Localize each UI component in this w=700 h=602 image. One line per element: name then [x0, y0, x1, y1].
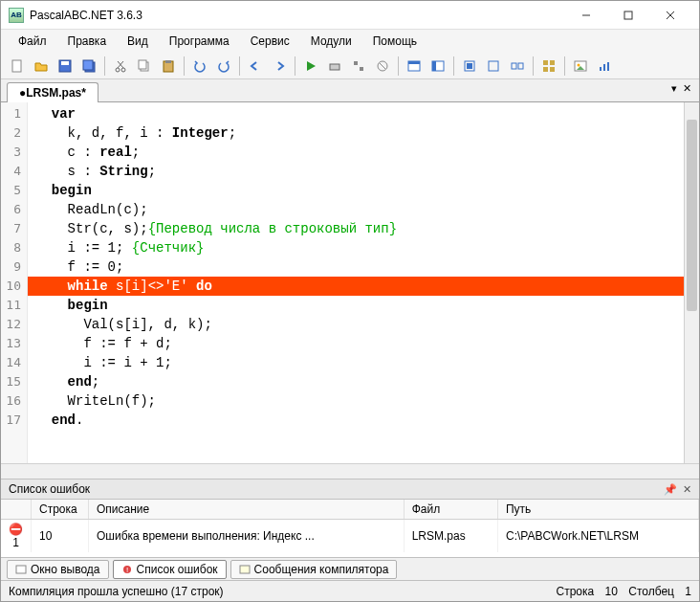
form2-icon[interactable] [427, 56, 448, 77]
vertical-scrollbar[interactable] [684, 102, 699, 463]
code-line[interactable]: c : real; [28, 143, 684, 162]
open-icon[interactable] [31, 56, 52, 77]
titlebar: AB PascalABC.NET 3.6.3 [1, 1, 699, 30]
save-icon[interactable] [55, 56, 76, 77]
scroll-thumb[interactable] [687, 120, 697, 311]
statusbar: Компиляция прошла успешно (17 строк) Стр… [1, 580, 699, 601]
run-icon[interactable] [300, 56, 321, 77]
nav1-icon[interactable] [245, 56, 266, 77]
svg-rect-6 [61, 61, 69, 65]
editor-area: 1234567891011121314151617 var k, d, f, i… [1, 102, 699, 463]
copy-icon[interactable] [134, 56, 155, 77]
code-line[interactable]: begin [28, 181, 684, 200]
new-icon[interactable] [7, 56, 28, 77]
code-line[interactable]: ReadLn(c); [28, 200, 684, 219]
menu-программа[interactable]: Программа [160, 32, 239, 51]
svg-point-9 [116, 68, 120, 72]
toolbar-separator [533, 56, 534, 76]
svg-rect-14 [139, 60, 146, 69]
menu-правка[interactable]: Правка [58, 32, 117, 51]
menu-помощь[interactable]: Помощь [363, 32, 427, 51]
maximize-button[interactable] [607, 2, 649, 29]
line-number: 6 [1, 200, 27, 219]
code-line[interactable]: end. [28, 411, 684, 430]
code-line[interactable]: Str(c, s);{Перевод числа в строковый тип… [28, 219, 684, 238]
errors-col-1[interactable]: Строка [32, 500, 89, 520]
error-row[interactable]: ⛔ 110Ошибка времени выполнения: Индекс .… [1, 520, 699, 553]
errors-col-3[interactable]: Файл [404, 500, 497, 520]
svg-rect-17 [330, 64, 339, 70]
img-icon[interactable] [570, 56, 591, 77]
tab-dropdown-icon[interactable]: ▾ [671, 82, 677, 95]
line-number: 2 [1, 123, 27, 143]
code-line[interactable]: i := 1; {Счетчик} [28, 238, 684, 257]
box1-icon[interactable] [459, 56, 480, 77]
file-tabbar: ●LRSM.pas* ▾ ✕ [1, 79, 699, 102]
errors-col-0[interactable] [1, 500, 32, 520]
cut-icon[interactable] [110, 56, 131, 77]
menu-файл[interactable]: Файл [9, 32, 56, 51]
horizontal-scrollbar[interactable] [1, 463, 699, 479]
svg-rect-32 [550, 60, 555, 65]
errors-panel-header: Список ошибок 📌 ✕ [1, 479, 699, 500]
form1-icon[interactable] [404, 56, 425, 77]
bottom-tab-1[interactable]: !Список ошибок [113, 560, 227, 579]
undo-icon[interactable] [189, 56, 210, 77]
code-line[interactable]: f := f + d; [28, 334, 684, 353]
line-number: 10 [1, 277, 27, 296]
code-line[interactable]: begin [28, 296, 684, 315]
svg-rect-38 [603, 64, 605, 71]
menubar: ФайлПравкаВидПрограммаСервисМодулиПомощь [1, 30, 699, 53]
app-icon: AB [9, 8, 24, 23]
svg-point-10 [121, 68, 125, 72]
code-line[interactable]: while s[i]<>'E' do [28, 277, 684, 296]
code-line[interactable]: Val(s[i], d, k); [28, 315, 684, 334]
tab-close-icon[interactable]: ✕ [683, 82, 691, 95]
panel-close-icon[interactable]: ✕ [683, 483, 691, 496]
chart-icon[interactable] [594, 56, 615, 77]
menu-модули[interactable]: Модули [301, 32, 361, 51]
code-line[interactable]: s : String; [28, 162, 684, 181]
line-number: 8 [1, 238, 27, 257]
svg-point-36 [578, 63, 580, 66]
line-gutter: 1234567891011121314151617 [1, 102, 28, 463]
debug-icon[interactable] [324, 56, 345, 77]
saveall-icon[interactable] [78, 56, 99, 77]
line-number: 14 [1, 353, 27, 372]
toolbar-separator [398, 56, 399, 76]
line-number: 13 [1, 334, 27, 353]
code-line[interactable]: var [28, 104, 684, 123]
nav2-icon[interactable] [269, 56, 290, 77]
errors-col-2[interactable]: Описание [89, 500, 405, 520]
errors-panel-title: Список ошибок [9, 482, 664, 496]
cursor-position: Строка 10 Столбец 1 [556, 585, 691, 598]
errors-col-4[interactable]: Путь [497, 500, 698, 520]
step-icon[interactable] [348, 56, 369, 77]
bottom-tab-2[interactable]: Сообщения компилятора [230, 560, 398, 579]
menu-сервис[interactable]: Сервис [241, 32, 299, 51]
code-line[interactable]: i := i + 1; [28, 353, 684, 372]
code-line[interactable]: k, d, f, i : Integer; [28, 123, 684, 143]
tab-controls: ▾ ✕ [671, 82, 691, 95]
grid-icon[interactable] [538, 56, 559, 77]
box3-icon[interactable] [507, 56, 528, 77]
close-button[interactable] [649, 2, 691, 29]
svg-rect-4 [12, 60, 21, 72]
stop-icon[interactable] [372, 56, 393, 77]
file-tab[interactable]: ●LRSM.pas* [7, 82, 98, 102]
paste-icon[interactable] [158, 56, 179, 77]
minimize-button[interactable] [565, 2, 607, 29]
pin-icon[interactable]: 📌 [664, 483, 677, 496]
redo-icon[interactable] [213, 56, 234, 77]
code-line[interactable]: WriteLn(f); [28, 391, 684, 411]
code-editor[interactable]: var k, d, f, i : Integer; c : real; s : … [28, 102, 684, 463]
svg-rect-25 [432, 61, 436, 71]
menu-вид[interactable]: Вид [118, 32, 158, 51]
code-line[interactable]: f := 0; [28, 257, 684, 277]
bottom-tab-0[interactable]: Окно вывода [7, 560, 109, 579]
box2-icon[interactable] [483, 56, 504, 77]
svg-rect-28 [489, 61, 498, 71]
code-line[interactable]: end; [28, 372, 684, 391]
toolbar-separator [295, 56, 295, 76]
svg-rect-18 [354, 61, 358, 65]
